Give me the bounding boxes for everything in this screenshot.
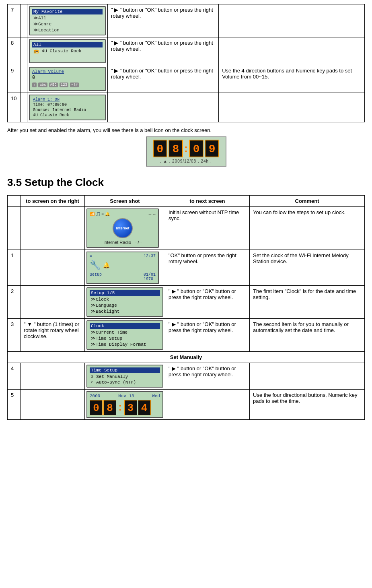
comment-cell: The first item "Clock" is for the date a… xyxy=(250,286,365,319)
screen-shot-cell: Clock ≫Current Time ≫Time Setup ≫Time Di… xyxy=(85,319,165,352)
dt-digit-1: 8 xyxy=(103,400,116,415)
row-num: 4 xyxy=(8,363,21,390)
inet-top: 📶 🎵 ≡ 🔔 -- -- xyxy=(90,212,156,217)
top-section: 7 My Favorite ≫All ≫Genre ≫Location " ▶ … xyxy=(7,4,365,122)
wrench-icon: 🔧 xyxy=(90,260,101,271)
screen-shot-cell: Time Setup ⊙ Set Manually ○ Auto-Sync (N… xyxy=(85,363,165,390)
table-row: 5 2009 Nov 18 Wed 0 8 : 3 4 xyxy=(8,390,365,420)
inet-label: Internet Radio --/-- xyxy=(90,240,156,245)
row-num: 2 xyxy=(8,286,21,319)
screen-line: All xyxy=(32,42,103,47)
digit-0: 0 xyxy=(153,140,167,157)
to-screen-cell xyxy=(21,286,85,319)
screen-shot-cell: Alarm 1: ON Time: 07:00:00 Source: Inter… xyxy=(27,93,108,122)
to-next-cell: " ▶ " button or "OK" button or press the… xyxy=(108,37,219,65)
comment-cell: Use the four directional buttons, Numeri… xyxy=(250,390,365,420)
kb-icon: ↑ xyxy=(32,83,37,87)
screen-line: My Favorite xyxy=(32,9,103,14)
set-manually-row: Set Manually xyxy=(8,352,365,363)
clock-display-wrap: 0 8 : 0 9 . ▲ . 2009/12/08 . 24h . xyxy=(7,136,365,167)
internet-screen: 📶 🎵 ≡ 🔔 -- -- Internet Internet Radio --… xyxy=(86,208,159,248)
table-header-row: to screen on the right Screen shot to ne… xyxy=(8,196,365,207)
alarm-line: Alarm 1: ON xyxy=(32,97,103,102)
dt-digit-2: 3 xyxy=(124,400,137,415)
screen-line: ○ Auto-Sync (NTP) xyxy=(90,380,160,385)
screen-line: 📻 4U Classic Rock xyxy=(32,48,103,54)
table-row: 4 Time Setup ⊙ Set Manually ○ Auto-Sync … xyxy=(8,363,365,390)
screen-line: ≫Current Time xyxy=(90,329,160,335)
row-num: 7 xyxy=(8,4,21,37)
bell-icon: 🔔 xyxy=(105,212,110,216)
alarm-line: 4U Classic Rock xyxy=(32,113,103,118)
dt-year: 2009 xyxy=(90,394,100,398)
to-next-cell: Initial screen without NTP time sync. xyxy=(165,207,250,250)
table-row: 📶 🎵 ≡ 🔔 -- -- Internet Internet Radio --… xyxy=(8,207,365,250)
to-screen-cell xyxy=(21,207,85,250)
setup-row1-screen: ≡ 12:37 🔧 🔔 Setup 01/011970 xyxy=(86,252,159,284)
to-screen-cell xyxy=(21,4,27,37)
to-next-cell: " ▶ " button or "OK" button or press the… xyxy=(165,286,250,319)
to-screen-cell xyxy=(21,250,85,286)
col-comment: Comment xyxy=(250,196,365,207)
top-table: 7 My Favorite ≫All ≫Genre ≫Location " ▶ … xyxy=(7,4,365,122)
to-next-cell: " ▶ " button or "OK" button or press the… xyxy=(165,363,250,390)
screen-line: Time Setup xyxy=(90,367,160,373)
menu-icon: ≡ xyxy=(90,254,92,258)
screen-line: ⊙ Set Manually xyxy=(90,373,160,380)
screen-setup-3: Clock ≫Current Time ≫Time Setup ≫Time Di… xyxy=(86,320,163,350)
wifi-icon: 📶 xyxy=(90,212,95,216)
table-row: 3 " ▼ " button (1 times) or rotate right… xyxy=(8,319,365,352)
col-screen-shot: Screen shot xyxy=(85,196,165,207)
vol-value: 0 xyxy=(32,74,103,81)
row-num: 5 xyxy=(8,390,21,420)
kb-abc: abc xyxy=(38,83,47,87)
dt-colon: : xyxy=(117,402,123,414)
dt-big-time: 0 8 : 3 4 xyxy=(90,400,160,415)
screen-shot-cell: All 📻 4U Classic Rock xyxy=(27,37,108,65)
screen-setup-4: Time Setup ⊙ Set Manually ○ Auto-Sync (N… xyxy=(86,365,163,388)
dt-top-row: 2009 Nov 18 Wed xyxy=(90,394,160,398)
to-next-cell: " ▶ " button or "OK" button or press the… xyxy=(108,65,219,93)
kb-sym: ~!# xyxy=(70,83,79,87)
to-next-cell: "OK" button or press the right rotary wh… xyxy=(165,250,250,286)
row-num: 10 xyxy=(8,93,21,122)
section-heading: 3.5 Setup the Clock xyxy=(7,176,365,189)
alarm-line: Source: Internet Radio xyxy=(32,107,103,113)
screen-line: Setup 1/5 xyxy=(90,290,160,296)
alarm-line: Time: 07:00:00 xyxy=(32,102,103,107)
comment-cell xyxy=(219,4,365,37)
set-manually-label: Set Manually xyxy=(8,352,365,363)
to-next-cell xyxy=(165,390,250,420)
date-label: 01/011970 xyxy=(144,272,156,281)
globe-icon: Internet xyxy=(113,218,133,238)
dt-digit-3: 4 xyxy=(138,400,151,415)
screen-line: ≫Language xyxy=(90,302,160,308)
kb-123: 123 xyxy=(60,83,68,87)
col-to-next: to next screen xyxy=(165,196,250,207)
screen-shot-cell: ≡ 12:37 🔧 🔔 Setup 01/011970 xyxy=(85,250,165,286)
time-display: 12:37 xyxy=(144,254,156,258)
screen-mock-7: My Favorite ≫All ≫Genre ≫Location xyxy=(29,6,106,35)
screen-line: ≫Genre xyxy=(32,21,103,27)
to-next-cell: " ▶ " button or "OK" button or press the… xyxy=(108,4,219,37)
vol-label: Alarm Volume xyxy=(32,69,103,74)
vol-screen: Alarm Volume 0 ↑ abc ABC 123 ~!# xyxy=(29,67,106,91)
table-row: 7 My Favorite ≫All ≫Genre ≫Location " ▶ … xyxy=(8,4,365,37)
kb-ABC: ABC xyxy=(49,83,58,87)
comment-cell: Use the 4 direction buttons and Numeric … xyxy=(219,65,365,93)
screen-line: Clock xyxy=(90,323,160,329)
alarm-clock-img: 0 8 : 0 9 . ▲ . 2009/12/08 . 24h . xyxy=(146,136,226,167)
screen-shot-cell: 📶 🎵 ≡ 🔔 -- -- Internet Internet Radio --… xyxy=(85,207,165,250)
screen-line: ≫Backlight xyxy=(90,308,160,314)
aclock-time: 0 8 : 0 9 xyxy=(151,140,222,157)
comment-cell: You can follow the steps to set up clock… xyxy=(250,207,365,250)
alarm-screen: Alarm 1: ON Time: 07:00:00 Source: Inter… xyxy=(29,95,106,120)
screen-line: ≫Clock xyxy=(90,296,160,302)
table-row: 8 All 📻 4U Classic Rock " ▶ " button or … xyxy=(8,37,365,65)
table-row: 9 Alarm Volume 0 ↑ abc ABC 123 ~!# xyxy=(8,65,365,93)
screen-line: ≫Time Setup xyxy=(90,335,160,341)
col-to-screen: to screen on the right xyxy=(21,196,85,207)
row-num: 9 xyxy=(8,65,21,93)
comment-cell xyxy=(219,37,365,65)
to-screen-cell xyxy=(21,37,27,65)
